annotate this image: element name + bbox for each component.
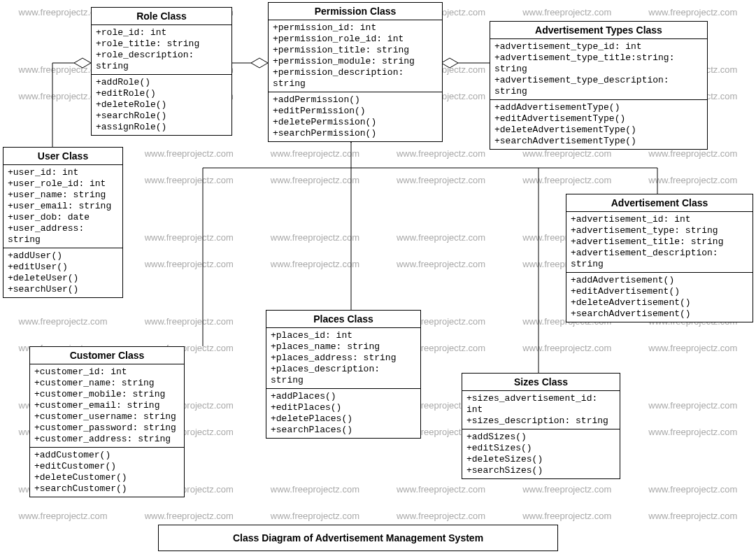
class-ops: +addSizes()+editSizes()+deleteSizes()+se… — [462, 429, 620, 478]
class-title: Advertisement Types Class — [490, 22, 707, 39]
class-ops: +addRole()+editRole()+deleteRole()+searc… — [92, 75, 231, 135]
class-title: Advertisement Class — [566, 194, 753, 212]
class-permission: Permission Class +permission_id: int+per… — [268, 2, 443, 142]
diagram-title: Class Diagram of Advertisement Managemen… — [158, 525, 558, 551]
class-ops: +addAdvertisementType()+editAdvertisemen… — [490, 100, 707, 149]
class-attrs: +sizes_advertisement_id: int+sizes_descr… — [462, 391, 620, 429]
class-title: User Class — [3, 148, 122, 165]
class-advertisement: Advertisement Class +advertisement_id: i… — [566, 194, 753, 322]
class-title: Permission Class — [269, 3, 442, 20]
class-ops: +addCustomer()+editCustomer()+deleteCust… — [30, 448, 184, 497]
class-attrs: +advertisement_id: int+advertisement_typ… — [566, 212, 753, 273]
class-attrs: +advertisement_type_id: int+advertisemen… — [490, 39, 707, 100]
class-attrs: +role_id: int+role_title: string+role_de… — [92, 25, 231, 75]
class-ops: +addUser()+editUser()+deleteUser()+searc… — [3, 248, 122, 297]
class-attrs: +permission_id: int+permission_role_id: … — [269, 20, 442, 92]
class-user: User Class +user_id: int+user_role_id: i… — [3, 147, 123, 298]
class-places: Places Class +places_id: int+places_name… — [266, 310, 421, 439]
class-title: Sizes Class — [462, 374, 620, 391]
class-adtypes: Advertisement Types Class +advertisement… — [490, 21, 708, 150]
class-sizes: Sizes Class +sizes_advertisement_id: int… — [462, 373, 620, 479]
class-ops: +addPlaces()+editPlaces()+deletePlaces()… — [266, 389, 420, 438]
class-title: Places Class — [266, 311, 420, 328]
class-attrs: +places_id: int+places_name: string+plac… — [266, 328, 420, 389]
class-ops: +addAdvertisement()+editAdvertisement()+… — [566, 273, 753, 322]
class-ops: +addPermission()+editPermission()+delete… — [269, 92, 442, 141]
class-title: Role Class — [92, 8, 231, 25]
class-customer: Customer Class +customer_id: int+custome… — [29, 346, 185, 497]
class-attrs: +customer_id: int+customer_name: string+… — [30, 364, 184, 448]
class-attrs: +user_id: int+user_role_id: int+user_nam… — [3, 165, 122, 248]
class-role: Role Class +role_id: int+role_title: str… — [91, 7, 232, 136]
class-title: Customer Class — [30, 347, 184, 364]
